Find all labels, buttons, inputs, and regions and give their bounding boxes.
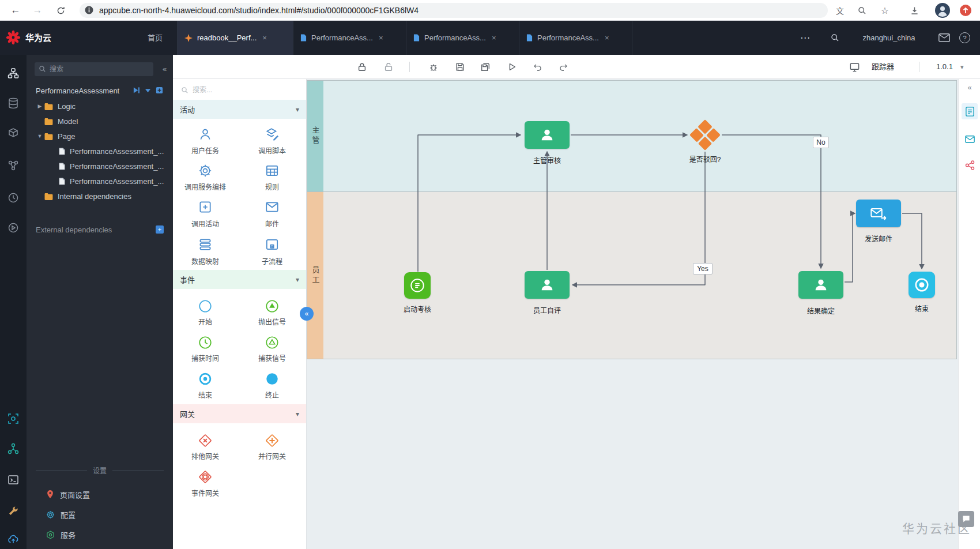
add-component-icon[interactable] (156, 87, 163, 94)
tree-item-page[interactable]: ▼ Page (27, 129, 173, 144)
explorer-search-input[interactable] (50, 62, 151, 76)
run-icon[interactable] (506, 61, 518, 73)
tree-expanded-icon[interactable]: ▼ (36, 133, 44, 139)
tree-item-page-child[interactable]: PerformanceAssessment_... (27, 159, 173, 174)
event-gateway-icon[interactable] (197, 469, 213, 485)
terminate-icon[interactable] (264, 371, 280, 387)
tab-close-icon[interactable]: × (492, 33, 496, 42)
relation-panel-icon[interactable] (962, 157, 978, 173)
section-gateways[interactable]: 网关 ▾ (173, 404, 306, 423)
clock-icon[interactable] (7, 192, 19, 204)
translate-icon[interactable]: 文 (832, 3, 847, 18)
version-select[interactable]: 1.0.1 (936, 55, 953, 79)
service-orchestration-icon[interactable] (197, 163, 213, 179)
browser-forward-button[interactable]: → (30, 3, 45, 18)
external-dependencies-row[interactable]: External dependencies + (27, 222, 173, 237)
version-chevron-icon[interactable]: ▾ (960, 55, 964, 79)
palette-search-input[interactable] (193, 84, 296, 96)
explorer-search[interactable] (35, 62, 153, 76)
tab-performance-3[interactable]: PerformanceAss... × (519, 21, 632, 55)
deploy-icon[interactable] (133, 87, 140, 94)
browser-refresh-button[interactable] (53, 3, 68, 18)
edge-label-yes[interactable]: Yes (693, 263, 713, 274)
tree-item-logic[interactable]: ▶ Logic (27, 99, 173, 114)
lane-employee-strip[interactable]: 员工 (307, 192, 323, 359)
browser-update-icon[interactable] (959, 4, 972, 17)
parallel-gateway-icon[interactable] (264, 433, 280, 449)
save-all-icon[interactable] (480, 61, 491, 73)
redo-icon[interactable] (558, 61, 570, 73)
section-events[interactable]: 事件 ▾ (173, 270, 306, 289)
debug-run-icon[interactable] (7, 222, 19, 234)
user-menu[interactable]: zhanghui_china (857, 21, 921, 55)
feedback-widget[interactable] (958, 511, 974, 527)
properties-form-icon[interactable] (962, 103, 978, 119)
terminal-icon[interactable] (7, 474, 19, 486)
zoom-icon[interactable] (854, 3, 869, 18)
subprocess-icon[interactable] (264, 236, 280, 253)
capture-time-icon[interactable] (197, 334, 213, 351)
call-activity-icon[interactable] (197, 199, 213, 215)
project-row[interactable]: PerformanceAssessment (27, 83, 173, 98)
collapse-panel-icon[interactable]: « (163, 62, 167, 76)
edge-label-no[interactable]: No (813, 137, 829, 148)
capture-signal-icon[interactable] (264, 334, 280, 351)
palette-collapse-handle[interactable]: « (300, 307, 314, 321)
data-mapping-icon[interactable] (197, 236, 213, 253)
call-script-icon[interactable] (264, 126, 280, 142)
save-icon[interactable] (454, 61, 466, 73)
mail-panel-icon[interactable] (962, 131, 978, 147)
section-activities[interactable]: 活动 ▾ (173, 100, 306, 119)
tab-close-icon[interactable]: × (379, 33, 383, 42)
bookmark-star-icon[interactable]: ☆ (877, 3, 892, 18)
email-icon[interactable] (264, 199, 280, 215)
header-search-icon[interactable] (830, 33, 840, 43)
nodes-icon[interactable] (7, 160, 19, 171)
site-info-icon[interactable] (85, 6, 93, 14)
page-settings-item[interactable]: 页面设置 (27, 486, 173, 502)
address-bar[interactable]: appcube.cn-north-4.huaweicloud.com/studi… (80, 3, 828, 18)
profile-avatar[interactable] (935, 3, 950, 18)
tab-close-icon[interactable]: × (262, 33, 267, 42)
more-tabs-icon[interactable]: ⋯ (800, 21, 810, 55)
lock-icon[interactable] (356, 61, 368, 73)
node-result-confirm[interactable] (798, 271, 843, 299)
hierarchy-icon[interactable] (7, 67, 19, 79)
exclusive-gateway-icon[interactable] (197, 433, 213, 449)
help-icon[interactable]: ? (959, 32, 970, 43)
node-manager-review[interactable] (525, 121, 570, 149)
tree-item-page-child[interactable]: PerformanceAssessment_... (27, 174, 173, 189)
browser-back-button[interactable]: ← (8, 3, 23, 18)
services-item[interactable]: 服务 (27, 527, 173, 543)
import-icon[interactable] (144, 87, 152, 94)
node-send-mail[interactable] (856, 200, 901, 227)
tab-performance-2[interactable]: PerformanceAss... × (406, 21, 519, 55)
end-event-icon[interactable] (197, 371, 213, 387)
tree-item-model[interactable]: Model (27, 114, 173, 129)
database-icon[interactable] (7, 97, 19, 109)
home-link[interactable]: 首页 (148, 21, 163, 55)
tracker-button[interactable]: 跟踪器 (872, 55, 894, 79)
debug-icon[interactable] (428, 61, 439, 73)
storage-icon[interactable] (7, 127, 19, 138)
throw-signal-icon[interactable] (264, 298, 280, 314)
scan-icon[interactable] (7, 413, 19, 424)
flow-canvas[interactable]: 主管 员工 启动考核 员工自评 主管审核 (307, 79, 958, 549)
org-icon[interactable] (7, 443, 19, 454)
tab-close-icon[interactable]: × (605, 33, 609, 42)
configuration-item[interactable]: 配置 (27, 506, 173, 522)
download-icon[interactable] (907, 3, 922, 18)
rule-icon[interactable] (264, 163, 280, 179)
tree-collapsed-icon[interactable]: ▶ (36, 103, 44, 109)
wrench-icon[interactable] (7, 505, 19, 517)
tab-performance-1[interactable]: PerformanceAss... × (293, 21, 406, 55)
start-event-icon[interactable] (197, 298, 213, 314)
expand-panel-icon[interactable]: « (959, 80, 980, 94)
tree-item-internal-dependencies[interactable]: Internal dependencies (27, 189, 173, 204)
unlock-icon[interactable] (383, 61, 394, 73)
cloud-upload-icon[interactable] (7, 533, 19, 545)
node-employee-self-review[interactable] (525, 271, 570, 299)
undo-icon[interactable] (532, 61, 543, 73)
tab-readbook-perf[interactable]: readbook__Perf... × (177, 21, 293, 55)
user-task-icon[interactable] (197, 126, 213, 142)
